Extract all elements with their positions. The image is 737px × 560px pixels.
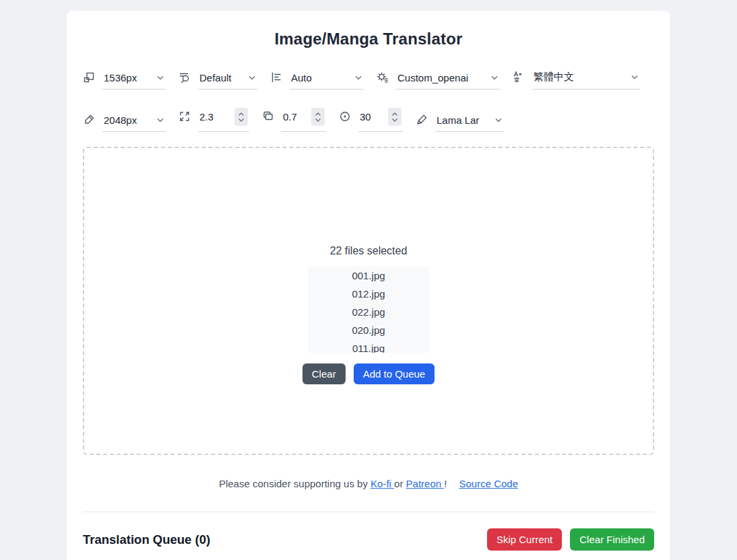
text-direction-control: Auto [270, 69, 364, 90]
box-threshold-stepper[interactable] [311, 108, 325, 126]
target-language-select[interactable]: 繁體中文 [532, 67, 640, 90]
selected-file-list[interactable]: 001.jpg 012.jpg 022.jpg 020.jpg 011.jpg [308, 267, 429, 353]
translation-queue-header: Translation Queue (0) Skip Current Clear… [83, 528, 654, 551]
source-code-link[interactable]: Source Code [459, 478, 519, 489]
translator-control: Custom_openai [377, 69, 500, 90]
detection-resolution-icon [83, 71, 95, 88]
chevron-down-icon [490, 75, 499, 81]
unclip-ratio-stepper[interactable] [234, 108, 248, 126]
file-list-item: 001.jpg [308, 267, 429, 285]
chevron-down-icon [156, 118, 164, 123]
queue-actions: Skip Current Clear Finished [487, 528, 654, 551]
maximize-arrows-icon [179, 110, 191, 127]
main-card: Image/Manga Translator 1536px Default [67, 11, 670, 560]
controls-row-2: 2048px 2.3 0.7 [83, 104, 654, 132]
inpainting-size-control: 2048px [83, 111, 166, 132]
detector-search-icon [179, 71, 191, 88]
mask-dilation-stepper[interactable] [388, 108, 402, 126]
chevron-down-icon [248, 75, 256, 81]
target-language-value: 繁體中文 [534, 71, 574, 83]
queue-title: Translation Queue (0) [83, 532, 210, 547]
mask-dilation-value: 30 [360, 111, 371, 123]
inpainter-control: Lama Lar [416, 111, 504, 132]
file-list-item: 012.jpg [308, 285, 429, 303]
translator-settings-icon [377, 71, 389, 88]
translator-value: Custom_openai [397, 72, 468, 83]
kofi-link[interactable]: Ko-fi [371, 478, 394, 489]
box-threshold-input[interactable]: 0.7 [282, 104, 326, 132]
support-text: Please consider supporting us by Ko-fi o… [83, 478, 654, 489]
file-list-item: 022.jpg [308, 303, 429, 321]
chevron-down-icon [156, 75, 164, 81]
file-list-item: 020.jpg [308, 321, 429, 339]
detector-select[interactable]: Default [198, 69, 257, 90]
inpainter-value: Lama Lar [437, 114, 479, 126]
controls-row-1: 1536px Default Auto [83, 67, 654, 90]
pen-size-icon [83, 114, 95, 130]
support-bang: ! [444, 478, 447, 489]
chevron-down-icon [631, 75, 639, 80]
translate-language-icon [513, 71, 525, 87]
box-threshold-value: 0.7 [283, 111, 297, 123]
detector-control: Default [179, 69, 257, 90]
text-direction-select[interactable]: Auto [290, 69, 364, 90]
translator-select[interactable]: Custom_openai [396, 69, 500, 90]
detector-value: Default [199, 72, 232, 83]
text-direction-value: Auto [291, 72, 312, 83]
unclip-ratio-value: 2.3 [199, 111, 214, 123]
detection-resolution-control: 1536px [83, 69, 166, 90]
file-list-item: 011.jpg [308, 339, 429, 353]
unclip-ratio-control: 2.3 [179, 104, 249, 132]
inpainting-size-select[interactable]: 2048px [102, 111, 166, 132]
brush-icon [416, 114, 428, 130]
unclip-ratio-input[interactable]: 2.3 [198, 104, 249, 132]
clear-finished-button[interactable]: Clear Finished [570, 528, 654, 551]
skip-current-button[interactable]: Skip Current [487, 528, 562, 551]
add-to-queue-button[interactable]: Add to Queue [354, 363, 435, 384]
inpainter-select[interactable]: Lama Lar [435, 111, 504, 132]
file-drop-zone[interactable]: 22 files selected 001.jpg 012.jpg 022.jp… [83, 147, 654, 455]
dropzone-actions: Clear Add to Queue [302, 363, 435, 384]
detection-resolution-select[interactable]: 1536px [102, 69, 166, 90]
target-language-control: 繁體中文 [513, 67, 640, 90]
files-selected-count: 22 files selected [330, 245, 408, 257]
support-prefix: Please consider supporting us by [219, 478, 371, 489]
clear-files-button[interactable]: Clear [302, 363, 346, 384]
target-dot-icon [339, 110, 351, 127]
support-or: or [394, 478, 406, 489]
inpainting-size-value: 2048px [104, 114, 137, 126]
detection-resolution-value: 1536px [104, 72, 137, 83]
text-direction-icon [270, 71, 282, 88]
mask-dilation-control: 30 [339, 104, 403, 132]
section-divider [83, 512, 654, 512]
chevron-down-icon [354, 75, 362, 81]
copy-layers-icon [262, 110, 274, 127]
page-title: Image/Manga Translator [83, 30, 654, 48]
patreon-link[interactable]: Patreon [406, 478, 445, 489]
chevron-down-icon [494, 118, 503, 123]
box-threshold-control: 0.7 [262, 104, 326, 132]
mask-dilation-input[interactable]: 30 [358, 104, 403, 132]
